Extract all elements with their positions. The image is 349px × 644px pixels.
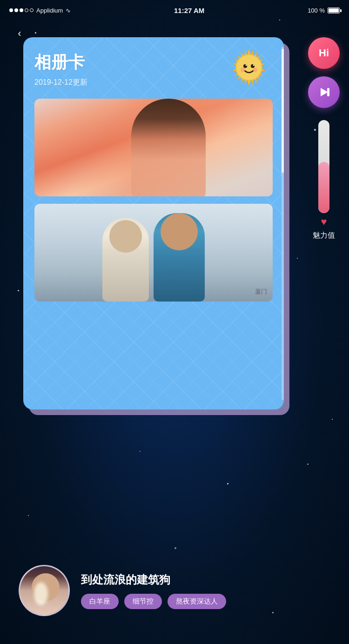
- status-right: 100 %: [308, 7, 340, 14]
- person-1: [102, 218, 149, 302]
- photo-2-couple: [84, 208, 223, 302]
- photo-2[interactable]: 厦门: [34, 204, 273, 302]
- signal-dot-5: [30, 8, 34, 12]
- avatar-light: [34, 582, 48, 605]
- svg-point-5: [253, 65, 255, 66]
- signal-dot-1: [9, 8, 13, 12]
- svg-point-6: [241, 67, 245, 72]
- signal-dot-2: [14, 8, 18, 12]
- charm-meter: ♥ 魅力值: [313, 120, 335, 241]
- battery-fill: [329, 8, 339, 13]
- svg-point-1: [236, 54, 262, 80]
- album-card[interactable]: 相册卡 2019-12-12更新 厦门: [23, 37, 284, 409]
- user-avatar[interactable]: [19, 565, 70, 616]
- wifi-icon: ∿: [66, 7, 71, 14]
- charm-heart-icon: ♥: [321, 216, 327, 228]
- tag-detail[interactable]: 细节控: [124, 594, 162, 609]
- photo-location: 厦门: [255, 288, 267, 296]
- meter-fill: [318, 162, 329, 213]
- person-2: [154, 213, 205, 302]
- svg-point-4: [246, 65, 247, 66]
- status-left: Applidium ∿: [9, 7, 71, 14]
- signal-dot-3: [20, 8, 23, 12]
- carrier-label: Applidium: [36, 7, 63, 14]
- svg-point-7: [253, 67, 257, 72]
- battery-percent: 100 %: [308, 7, 325, 14]
- user-section: 到处流浪的建筑狗 白羊座 细节控 熬夜资深达人: [0, 565, 349, 616]
- scroll-thumb: [282, 49, 284, 173]
- play-button[interactable]: [308, 76, 340, 108]
- card-content: 相册卡 2019-12-12更新 厦门: [34, 51, 273, 302]
- photo-1-girl: [131, 99, 206, 196]
- album-card-wrapper: 相册卡 2019-12-12更新 厦门: [23, 37, 284, 409]
- status-time: 11:27 AM: [174, 7, 204, 14]
- user-info: 到处流浪的建筑狗 白羊座 细节控 熬夜资深达人: [81, 572, 330, 609]
- battery-shell: [328, 7, 340, 13]
- photo-1-content: [34, 99, 273, 196]
- back-button[interactable]: ‹: [11, 25, 28, 42]
- battery-icon: [328, 7, 340, 13]
- scroll-indicator: [282, 47, 284, 400]
- svg-marker-8: [321, 88, 328, 96]
- tag-aries[interactable]: 白羊座: [81, 594, 119, 609]
- signal-dot-4: [25, 8, 28, 12]
- right-panel: Hi ♥ 魅力值: [308, 37, 340, 241]
- user-name: 到处流浪的建筑狗: [81, 572, 330, 587]
- meter-track: [318, 120, 329, 213]
- sun-icon: [228, 47, 270, 88]
- signal-dots: [9, 8, 34, 12]
- tag-night[interactable]: 熬夜资深达人: [168, 594, 226, 609]
- photo-1[interactable]: [34, 99, 273, 196]
- status-bar: Applidium ∿ 11:27 AM 100 %: [0, 0, 349, 20]
- svg-rect-9: [327, 88, 329, 96]
- photo-2-content: 厦门: [34, 204, 273, 302]
- charm-label: 魅力值: [313, 231, 335, 241]
- hi-button[interactable]: Hi: [308, 37, 340, 69]
- user-tags: 白羊座 细节控 熬夜资深达人: [81, 594, 330, 609]
